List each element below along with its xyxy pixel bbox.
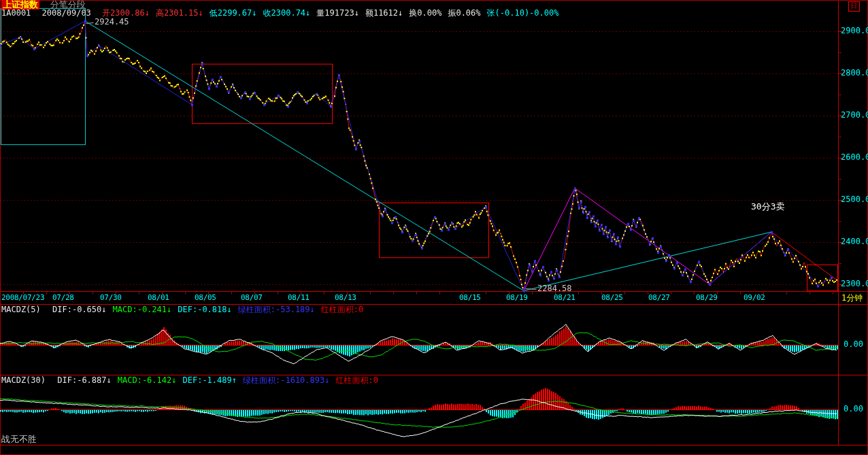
field-1-value: -0.241 bbox=[137, 305, 167, 314]
field-0: DIF:-0.650↓ bbox=[52, 305, 107, 314]
field-0-arrow: ↓ bbox=[107, 375, 112, 385]
field-3-label: 收 bbox=[263, 8, 271, 18]
field-0-arrow: ↓ bbox=[101, 305, 106, 314]
quote-date: 2008/09/03 bbox=[42, 8, 91, 18]
field-3-arrow: ↓ bbox=[324, 375, 329, 385]
time-axis-label: 08/25 bbox=[601, 294, 623, 302]
field-2-value: -1.489 bbox=[202, 375, 231, 385]
field-3-value: 2300.74 bbox=[271, 8, 306, 18]
field-3-label: 绿柱面积: bbox=[238, 305, 276, 314]
field-1-arrow: ↓ bbox=[198, 8, 203, 18]
price-axis-label: 2800.0 bbox=[841, 69, 868, 78]
field-2-label: DEF: bbox=[182, 375, 202, 385]
field-1-value: -6.142 bbox=[142, 375, 171, 385]
field-8-value: (-0.10)-0.00% bbox=[495, 8, 559, 18]
field-1: MACD:-6.142↓ bbox=[118, 375, 177, 385]
macd5-indicator-name[interactable]: MACDZ(5) bbox=[1, 305, 41, 314]
field-3-value: -1610.893 bbox=[280, 375, 324, 385]
field-7: 振0.06% bbox=[448, 8, 480, 18]
field-6-value: 0.00% bbox=[417, 8, 441, 18]
field-0-label: 开 bbox=[102, 8, 110, 18]
field-5-arrow: ↓ bbox=[398, 8, 403, 18]
time-axis-label: 2008/07/23 bbox=[1, 294, 44, 302]
field-4-arrow: ↓ bbox=[354, 8, 359, 18]
field-2-value: -0.818 bbox=[197, 305, 227, 314]
field-1-label: MACD: bbox=[118, 375, 142, 385]
macd5-header: MACDZ(5) DIF:-0.650↓MACD:-0.241↓DEF:-0.8… bbox=[1, 305, 369, 314]
field-2: DEF:-0.818↓ bbox=[178, 305, 232, 314]
field-7-value: 0.06% bbox=[456, 8, 480, 18]
time-axis-label: 08/21 bbox=[554, 294, 575, 302]
time-axis-label: 08/07 bbox=[241, 294, 263, 302]
time-axis-label: 07/28 bbox=[52, 294, 74, 302]
field-2-value: 2299.67 bbox=[218, 8, 252, 18]
field-2-label: DEF: bbox=[178, 305, 197, 314]
period-label[interactable]: 1分钟 bbox=[841, 294, 863, 303]
annotation-sell-signal: 30分3卖 bbox=[751, 202, 784, 212]
time-axis-label: 08/01 bbox=[148, 294, 169, 302]
field-0-arrow: ↓ bbox=[145, 8, 150, 18]
field-0-value: -6.887 bbox=[77, 375, 106, 385]
macd30-indicator-name[interactable]: MACDZ(30) bbox=[1, 375, 46, 385]
status-brand-text: 战无不胜 bbox=[1, 435, 37, 444]
field-5: 额11612↓ bbox=[365, 8, 403, 18]
macd5-zero-label: 0.00 bbox=[844, 340, 863, 349]
annotation-high: 2924.45 bbox=[95, 18, 129, 27]
price-axis-label: 2500.0 bbox=[841, 195, 868, 204]
field-3-value: -53.189 bbox=[276, 305, 310, 314]
field-0-value: 2300.86 bbox=[110, 8, 145, 18]
macd30-header: MACDZ(30) DIF:-6.887↓MACD:-6.142↓DEF:-1.… bbox=[1, 376, 384, 385]
field-2: DEF:-1.489↑ bbox=[182, 375, 237, 385]
price-axis-label: 2600.0 bbox=[841, 153, 868, 162]
macd30-zero-label: 0.00 bbox=[844, 405, 863, 414]
time-axis-label: 08/05 bbox=[195, 294, 216, 302]
time-axis-label: 07/30 bbox=[100, 294, 122, 302]
app-window: 上证指数 分笔分段 1A0001 2008/09/03 开2300.86↓高23… bbox=[0, 0, 868, 455]
field-5-label: 额 bbox=[365, 8, 373, 18]
annotation-low: 2284.58 bbox=[537, 284, 572, 293]
quote-row: 1A0001 2008/09/03 开2300.86↓高2301.15↓低229… bbox=[1, 9, 565, 18]
field-0-label: DIF: bbox=[57, 375, 77, 385]
time-axis-label: 08/15 bbox=[459, 294, 481, 302]
field-2-label: 低 bbox=[210, 8, 218, 18]
time-axis-label: 08/19 bbox=[506, 294, 528, 302]
field-0: 开2300.86↓ bbox=[102, 8, 150, 18]
price-axis-label: 2300.0 bbox=[841, 280, 868, 288]
field-0-value: -0.650 bbox=[72, 305, 101, 314]
time-axis-label: 08/29 bbox=[696, 294, 718, 302]
price-axis-label: 2900.0 bbox=[841, 27, 868, 35]
field-4-label: 量 bbox=[316, 8, 324, 18]
field-3-label: 绿柱面积: bbox=[243, 375, 280, 385]
field-4-label: 红柱面积: bbox=[321, 305, 358, 314]
field-8-label: 张 bbox=[487, 8, 495, 18]
field-1-label: MACD: bbox=[113, 305, 137, 314]
field-5-value: 11612 bbox=[373, 8, 398, 18]
period-day-icon[interactable]: 日 bbox=[848, 1, 860, 12]
field-4: 量191723↓ bbox=[316, 8, 359, 18]
time-axis-label: 08/13 bbox=[335, 294, 356, 302]
field-2-arrow: ↓ bbox=[252, 8, 256, 18]
field-1-arrow: ↓ bbox=[171, 375, 176, 385]
field-4-value: 0 bbox=[358, 305, 363, 314]
field-3: 收2300.74↓ bbox=[263, 8, 311, 18]
time-axis-label: 08/27 bbox=[648, 294, 670, 302]
field-2-arrow: ↑ bbox=[232, 375, 237, 385]
field-3: 绿柱面积:-53.189↓ bbox=[238, 305, 315, 314]
field-2-arrow: ↓ bbox=[227, 305, 232, 314]
time-axis-label: 09/02 bbox=[744, 294, 765, 302]
price-axis-label: 2400.0 bbox=[841, 237, 868, 246]
field-6: 换0.00% bbox=[409, 8, 441, 18]
field-2: 低2299.67↓ bbox=[210, 8, 257, 18]
field-1-value: 2301.15 bbox=[164, 8, 199, 18]
chart-canvas[interactable] bbox=[0, 0, 868, 455]
field-7-label: 振 bbox=[448, 8, 456, 18]
field-1: 高2301.15↓ bbox=[156, 8, 203, 18]
field-4: 红柱面积:0 bbox=[335, 375, 378, 385]
field-3-arrow: ↓ bbox=[305, 8, 310, 18]
price-axis-label: 2700.0 bbox=[841, 111, 868, 120]
field-4: 红柱面积:0 bbox=[321, 305, 363, 314]
field-4-value: 191723 bbox=[324, 8, 354, 18]
field-1-label: 高 bbox=[156, 8, 164, 18]
field-3-arrow: ↓ bbox=[310, 305, 315, 314]
field-0: DIF:-6.887↓ bbox=[57, 375, 112, 385]
